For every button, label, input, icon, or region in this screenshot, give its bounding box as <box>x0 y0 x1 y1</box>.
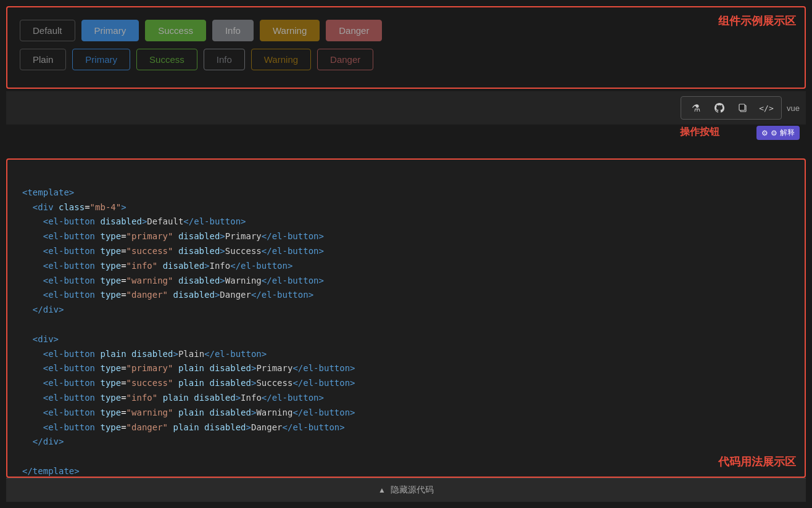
btn-danger[interactable]: Danger <box>326 20 382 41</box>
btn-info[interactable]: Info <box>212 20 254 41</box>
toolbar-label: 操作按钮 <box>680 126 719 140</box>
code-content: <template> <div class="mb-4"> <el-button… <box>22 171 790 478</box>
jieti-icon: ⚙ <box>771 129 777 137</box>
hide-code-label: 隐藏源代码 <box>391 485 434 496</box>
btn-plain-danger[interactable]: Danger <box>317 49 373 70</box>
code-area: 代码用法展示区 <template> <div class="mb-4"> <e… <box>6 158 806 478</box>
btn-plain-success[interactable]: Success <box>136 49 197 70</box>
code-icon[interactable]: </> <box>756 99 776 117</box>
copy-icon[interactable] <box>733 99 753 117</box>
footer-bar[interactable]: ▲ 隐藏源代码 <box>6 478 806 502</box>
toolbar-icons: ⚗ </> <box>681 96 782 120</box>
arrow-up-icon: ▲ <box>378 486 386 494</box>
toolbar-area: ⚗ </> vue <box>6 91 806 125</box>
code-area-label: 代码用法展示区 <box>718 454 796 469</box>
jieti-label: 解释 <box>780 128 795 138</box>
beaker-icon[interactable]: ⚗ <box>686 99 706 117</box>
btn-warning[interactable]: Warning <box>260 20 320 41</box>
btn-plain-warning[interactable]: Warning <box>251 49 311 70</box>
btn-default[interactable]: Default <box>20 20 75 41</box>
button-row-1: Default Primary Success Info Warning Dan… <box>20 20 792 41</box>
jieti-badge[interactable]: ⚙ 解释 <box>756 126 800 140</box>
btn-success[interactable]: Success <box>145 20 206 41</box>
btn-plain-default[interactable]: Plain <box>20 49 66 70</box>
button-row-2: Plain Primary Success Info Warning Dange… <box>20 49 792 70</box>
vue-badge: vue <box>787 104 800 113</box>
btn-primary[interactable]: Primary <box>81 20 139 41</box>
btn-plain-info[interactable]: Info <box>204 49 245 70</box>
btn-plain-primary[interactable]: Primary <box>72 49 130 70</box>
svg-rect-1 <box>739 104 745 110</box>
demo-area-label: 组件示例展示区 <box>718 14 796 28</box>
github-icon[interactable] <box>710 99 729 117</box>
demo-area: 组件示例展示区 Default Primary Success Info War… <box>6 6 806 89</box>
